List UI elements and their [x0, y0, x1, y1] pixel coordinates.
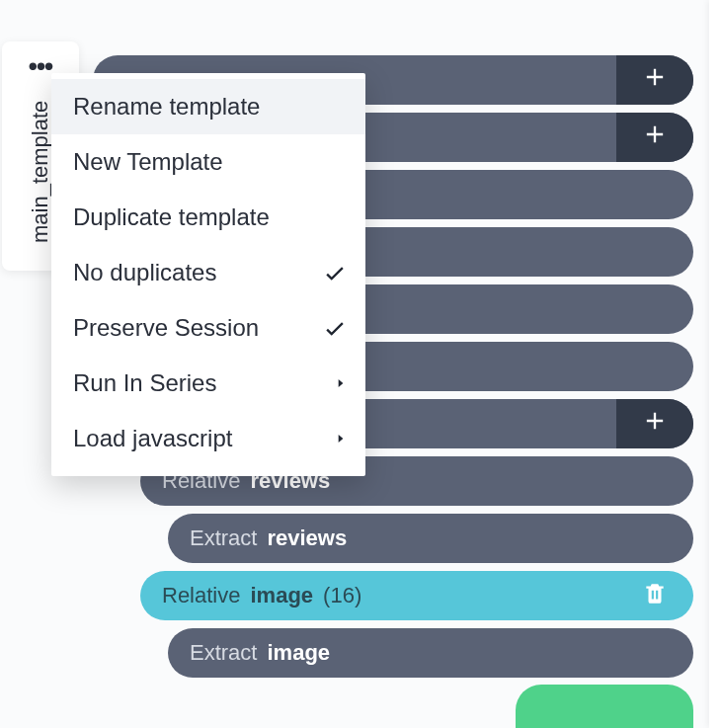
add-button[interactable] [616, 55, 693, 105]
check-icon [322, 260, 348, 285]
menu-item-label: Run In Series [73, 369, 216, 397]
row-action-label: Relative [162, 583, 240, 608]
row-count-label: (16) [323, 583, 361, 608]
menu-item-label: No duplicates [73, 259, 216, 286]
action-button[interactable] [516, 685, 693, 728]
chevron-right-icon [334, 432, 348, 445]
chevron-right-icon [334, 376, 348, 390]
menu-item-load-javascript[interactable]: Load javascript [51, 411, 365, 466]
command-row[interactable]: Extract reviews [168, 514, 693, 563]
command-row[interactable]: Extract image [168, 628, 693, 678]
menu-item-label: Load javascript [73, 425, 232, 452]
app-canvas: ••• main_template [0, 0, 721, 728]
add-button[interactable] [616, 399, 693, 448]
menu-item-duplicate[interactable]: Duplicate template [51, 190, 365, 245]
menu-item-preserve-session[interactable]: Preserve Session [51, 300, 365, 356]
more-icon[interactable]: ••• [29, 51, 52, 82]
menu-item-rename[interactable]: Rename template [51, 79, 365, 134]
command-row-selected[interactable]: Relative image (16) [140, 571, 693, 620]
context-menu: Rename template New Template Duplicate t… [51, 73, 365, 476]
plus-icon [641, 121, 669, 154]
right-panel-edge [709, 0, 721, 728]
row-action-label: Extract [190, 640, 257, 666]
menu-item-label: Duplicate template [73, 203, 270, 231]
menu-item-label: New Template [73, 148, 223, 176]
menu-item-label: Rename template [73, 93, 260, 121]
plus-icon [641, 63, 669, 97]
plus-icon [641, 407, 669, 441]
row-target-label: image [267, 640, 330, 666]
row-target-label: reviews [267, 526, 347, 551]
row-target-label: image [250, 583, 313, 608]
check-icon [322, 315, 348, 341]
menu-item-new[interactable]: New Template [51, 134, 365, 190]
trash-icon [642, 580, 668, 611]
add-button[interactable] [616, 113, 693, 162]
row-action-label: Extract [190, 526, 257, 551]
menu-item-no-duplicates[interactable]: No duplicates [51, 245, 365, 300]
delete-button[interactable] [642, 580, 668, 611]
menu-item-run-in-series[interactable]: Run In Series [51, 356, 365, 411]
menu-item-label: Preserve Session [73, 314, 259, 342]
